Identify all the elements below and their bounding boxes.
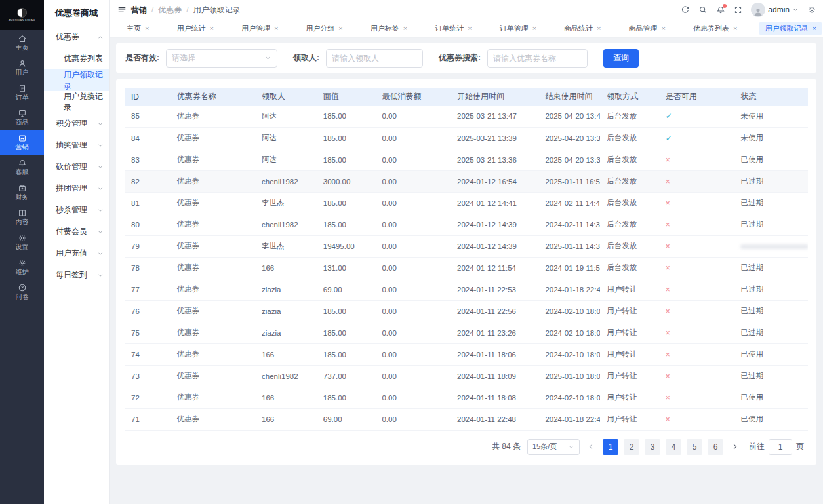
user-menu[interactable]: admin [751, 3, 799, 17]
table-row[interactable]: 84优惠券阿达185.000.002025-03-21 13:392025-04… [125, 127, 808, 149]
rail-item-orders[interactable]: 订单 [0, 80, 44, 105]
sidebar-group-bargain-mgmt[interactable]: 砍价管理 [44, 156, 109, 178]
tab-订单管理[interactable]: 订单管理× [494, 22, 542, 35]
settings-gear-icon[interactable] [807, 5, 816, 14]
sidebar-item-user-exchange-records[interactable]: 用户兑换记录 [44, 91, 109, 113]
notification-bell-icon[interactable] [716, 5, 725, 14]
page-button-2[interactable]: 2 [624, 439, 639, 455]
table-row[interactable]: 71优惠券16669.000.002024-01-11 22:482024-01… [125, 408, 808, 430]
tab-close-icon[interactable]: × [209, 25, 213, 32]
column-header: 开始使用时间 [451, 88, 538, 106]
tab-close-icon[interactable]: × [145, 25, 149, 32]
sidebar-group-lottery-mgmt[interactable]: 抽奖管理 [44, 134, 109, 156]
table-row[interactable]: 76优惠券ziazia185.000.002024-01-11 22:56202… [125, 300, 808, 322]
tab-订单统计[interactable]: 订单统计× [430, 22, 477, 35]
cell-status: 已使用 [734, 408, 808, 430]
tab-用户标签[interactable]: 用户标签× [365, 22, 412, 35]
page-button-6[interactable]: 6 [708, 439, 723, 455]
tab-主页[interactable]: 主页× [121, 22, 154, 35]
cell-claim-method: 后台发放 [600, 127, 659, 149]
sidebar-group-paid-member[interactable]: 付费会员 [44, 221, 109, 242]
rail-item-settings[interactable]: 设置 [0, 229, 44, 254]
hamburger-menu-icon[interactable] [117, 5, 127, 14]
table-row[interactable]: 81优惠券李世杰185.000.002024-01-12 14:412024-0… [125, 192, 808, 214]
tab-close-icon[interactable]: × [338, 25, 342, 32]
fullscreen-icon[interactable] [734, 6, 742, 14]
sidebar-group-groupbuy-mgmt[interactable]: 拼团管理 [44, 178, 109, 199]
table-row[interactable]: 79优惠券李世杰19495.000.002024-01-12 14:392025… [125, 235, 808, 257]
rail-item-survey[interactable]: 问卷 [0, 279, 44, 304]
tab-商品统计[interactable]: 商品统计× [559, 22, 606, 35]
sidebar-group-points-mgmt[interactable]: 积分管理 [44, 113, 109, 134]
page-button-4[interactable]: 4 [666, 439, 681, 455]
tab-label: 用户管理 [241, 24, 270, 33]
refresh-icon[interactable] [681, 5, 690, 14]
cell-available: × [659, 365, 734, 387]
sidebar-group-coupon[interactable]: 优惠券 [44, 26, 109, 48]
rail-item-maintain[interactable]: 维护 [0, 254, 44, 279]
rail-item-contents[interactable]: 内容 [0, 204, 44, 229]
breadcrumb-root[interactable]: 营销 [131, 5, 147, 16]
cell-available: × [659, 322, 734, 343]
cell-status: 已使用 [734, 343, 808, 365]
tab-close-icon[interactable]: × [662, 25, 666, 32]
cell-start-time: 2025-03-21 13:36 [451, 149, 538, 170]
table-row[interactable]: 73优惠券chenli1982737.000.002024-01-11 18:0… [125, 365, 808, 387]
page-button-3[interactable]: 3 [645, 439, 660, 455]
tab-用户统计[interactable]: 用户统计× [171, 22, 218, 35]
table-row[interactable]: 80优惠券chenli1982185.000.002024-01-12 14:3… [125, 214, 808, 235]
page-button-5[interactable]: 5 [687, 439, 702, 455]
page-size-select[interactable]: 15条/页 [527, 439, 580, 455]
table-row[interactable]: 82优惠券chenli19823000.000.002024-01-12 16:… [125, 170, 808, 192]
coupon-search-input[interactable] [488, 50, 587, 67]
bell-icon [18, 159, 27, 168]
tab-优惠券列表[interactable]: 优惠券列表× [688, 22, 742, 35]
tab-close-icon[interactable]: × [468, 25, 472, 32]
sidebar-group-daily-signin[interactable]: 每日签到 [44, 264, 109, 286]
rail-item-goods[interactable]: 商品 [0, 105, 44, 130]
table-row[interactable]: 77优惠券ziazia69.000.002024-01-11 22:532024… [125, 279, 808, 300]
cell-status: 已过期 [734, 322, 808, 343]
page-button-1[interactable]: 1 [603, 439, 618, 455]
tab-close-icon[interactable]: × [733, 25, 737, 32]
rail-item-finance[interactable]: 财务 [0, 180, 44, 204]
home-icon [18, 34, 27, 43]
table-row[interactable]: 85优惠券阿达185.000.002025-03-21 13:472025-04… [125, 106, 808, 127]
column-header: 领取人 [255, 88, 317, 106]
cell-receiver: 166 [255, 257, 317, 279]
tab-用户管理[interactable]: 用户管理× [236, 22, 283, 35]
rail-item-service[interactable]: 客服 [0, 155, 44, 180]
table-row[interactable]: 74优惠券166185.000.002024-01-11 18:062024-0… [125, 343, 808, 365]
breadcrumb-mid[interactable]: 优惠券 [158, 5, 182, 16]
tab-close-icon[interactable]: × [597, 25, 601, 32]
tab-close-icon[interactable]: × [532, 25, 536, 32]
valid-filter-select[interactable]: 请选择 [166, 49, 277, 68]
goto-page-input[interactable] [769, 439, 792, 455]
table-row[interactable]: 75优惠券ziazia185.000.002024-01-11 23:26202… [125, 322, 808, 343]
cell-coupon-name: 优惠券 [171, 214, 255, 235]
next-page-icon[interactable] [730, 443, 740, 450]
prev-page-icon[interactable] [586, 443, 596, 450]
rail-item-home[interactable]: 主页 [0, 30, 44, 55]
rail-item-marketing[interactable]: 营销 [0, 130, 44, 155]
tab-close-icon[interactable]: × [812, 25, 816, 32]
search-icon[interactable] [698, 5, 708, 14]
sidebar-item-coupon-list[interactable]: 优惠券列表 [44, 48, 109, 69]
sidebar-group-seckill-mgmt[interactable]: 秒杀管理 [44, 199, 109, 221]
table-row[interactable]: 72优惠券166185.000.002024-01-11 18:082024-0… [125, 387, 808, 408]
table-row[interactable]: 78优惠券166131.000.002024-01-12 11:542024-0… [125, 257, 808, 279]
search-button[interactable]: 查询 [603, 49, 639, 68]
tab-close-icon[interactable]: × [403, 25, 407, 32]
tab-用户分组[interactable]: 用户分组× [300, 22, 348, 35]
receiver-input[interactable] [327, 50, 422, 67]
cell-available: × [659, 387, 734, 408]
tab-close-icon[interactable]: × [274, 25, 278, 32]
rail-item-users[interactable]: 用户 [0, 55, 44, 80]
table-row[interactable]: 83优惠券阿达185.000.002025-03-21 13:362025-04… [125, 149, 808, 170]
tab-用户领取记录[interactable]: 用户领取记录× [759, 22, 821, 35]
tab-商品管理[interactable]: 商品管理× [624, 22, 671, 35]
tab-label: 用户分组 [306, 24, 334, 33]
sidebar-group-user-recharge[interactable]: 用户充值 [44, 242, 109, 264]
receiver-filter-label: 领取人: [293, 52, 319, 64]
sidebar-item-user-claim-records[interactable]: 用户领取记录 [44, 69, 109, 91]
